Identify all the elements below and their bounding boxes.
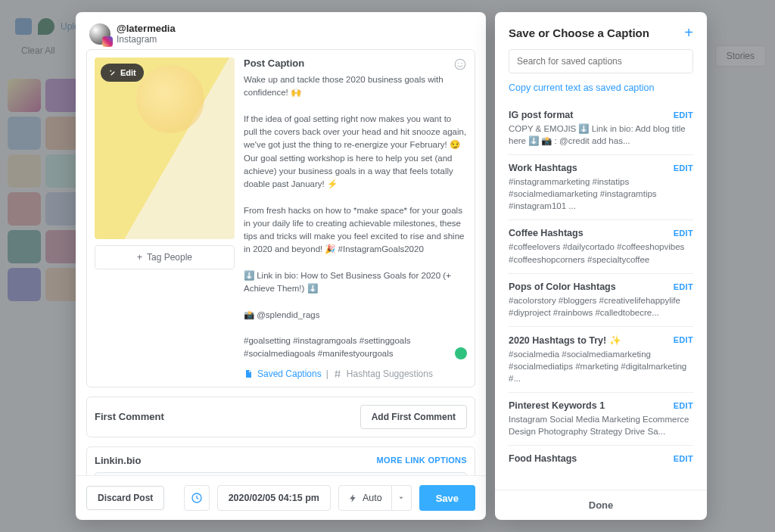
saved-captions-list: IG post format EDIT COPY & EMOJIS ⬇️ Lin… [495, 102, 707, 490]
saved-caption-item[interactable]: IG post format EDIT COPY & EMOJIS ⬇️ Lin… [509, 102, 693, 154]
account-handle: @latermedia [117, 23, 176, 34]
done-button[interactable]: Done [495, 490, 707, 520]
grammarly-icon[interactable] [455, 347, 467, 359]
edit-media-button[interactable]: Edit [101, 64, 144, 82]
add-first-comment-button[interactable]: Add First Comment [360, 405, 467, 429]
datetime-picker[interactable]: 2020/02/05 04:15 pm [217, 485, 331, 511]
saved-caption-item[interactable]: 2020 Hashtags to Try! ✨ EDIT #socialmedi… [509, 326, 693, 392]
saved-captions-link[interactable]: Saved Captions [257, 369, 322, 379]
media-caption-card: Edit + Tag People Post Caption [86, 49, 475, 387]
copy-current-caption-link[interactable]: Copy current text as saved caption [495, 81, 707, 102]
edit-caption-link[interactable]: EDIT [674, 163, 693, 173]
edit-caption-link[interactable]: EDIT [674, 282, 693, 291]
plus-icon: + [137, 252, 142, 263]
post-panel: @latermedia Instagram Edit + [76, 12, 486, 520]
discard-button[interactable]: Discard Post [86, 486, 164, 510]
svg-point-2 [462, 63, 463, 64]
saved-caption-preview: Instagram Social Media Marketing Ecommer… [509, 413, 693, 437]
caption-text[interactable]: Wake up and tackle those 2020 business g… [244, 73, 467, 361]
tag-people-button[interactable]: + Tag People [95, 245, 235, 269]
saved-caption-item[interactable]: Pops of Color Hashtags EDIT #acolorstory… [509, 273, 693, 326]
document-icon [244, 369, 253, 378]
svg-point-0 [455, 59, 465, 70]
hashtag-icon [333, 369, 342, 378]
saved-caption-name: Pops of Color Hashtags [509, 282, 616, 292]
lightning-icon [348, 493, 358, 503]
saved-caption-name: Work Hashtags [509, 163, 577, 173]
linkinbio-label: Linkin.bio [95, 455, 141, 466]
edit-caption-link[interactable]: EDIT [674, 401, 693, 410]
edit-caption-link[interactable]: EDIT [674, 229, 693, 238]
saved-caption-preview: #socialmedia #socialmediamarketing #soci… [509, 348, 693, 384]
account-platform: Instagram [117, 34, 176, 45]
clock-icon [191, 492, 203, 504]
publish-mode-dropdown[interactable] [392, 485, 412, 511]
wand-icon [108, 69, 117, 77]
first-comment-card: First Comment Add First Comment [86, 397, 475, 437]
instagram-badge-icon [102, 36, 113, 47]
post-media[interactable]: Edit [95, 58, 235, 239]
publish-mode-button[interactable]: Auto [338, 485, 392, 511]
avatar [89, 23, 110, 45]
post-editor-dialog: @latermedia Instagram Edit + [76, 12, 707, 520]
saved-caption-name: Coffee Hashtags [509, 228, 584, 238]
schedule-clock-button[interactable] [184, 485, 210, 511]
caption-search-input[interactable] [509, 49, 693, 73]
edit-caption-link[interactable]: EDIT [674, 335, 693, 344]
edit-caption-link[interactable]: EDIT [674, 454, 693, 463]
saved-caption-item[interactable]: Pinterest Keywords 1 EDIT Instagram Soci… [509, 392, 693, 445]
saved-caption-name: Food Hashtags [509, 453, 577, 464]
account-header: @latermedia Instagram [76, 12, 486, 49]
captions-panel: Save or Choose a Caption + Copy current … [495, 12, 707, 520]
saved-caption-name: 2020 Hashtags to Try! ✨ [509, 334, 621, 346]
emoji-picker-icon[interactable] [453, 58, 467, 71]
linkinbio-card: Linkin.bio MORE LINK OPTIONS [86, 446, 475, 476]
saved-caption-preview: #acolorstory #bloggers #creativelifehapp… [509, 294, 693, 319]
saved-caption-item[interactable]: Work Hashtags EDIT #instagrammarketing #… [509, 154, 693, 219]
saved-caption-preview: #instagrammarketing #instatips #socialme… [509, 176, 693, 212]
chevron-down-icon [397, 494, 405, 502]
saved-caption-name: IG post format [509, 110, 573, 120]
captions-panel-title: Save or Choose a Caption [509, 26, 649, 39]
more-link-options[interactable]: MORE LINK OPTIONS [377, 456, 467, 465]
caption-title: Post Caption [244, 58, 467, 69]
saved-caption-item[interactable]: Food Hashtags EDIT [509, 445, 693, 474]
saved-caption-preview: #coffeelovers #dailycortado #coffeeshopv… [509, 241, 693, 265]
hashtag-suggestions-link[interactable]: Hashtag Suggestions [347, 369, 433, 379]
first-comment-label: First Comment [95, 411, 164, 422]
saved-caption-name: Pinterest Keywords 1 [509, 400, 605, 411]
save-button[interactable]: Save [419, 485, 475, 511]
svg-point-1 [458, 63, 459, 64]
edit-caption-link[interactable]: EDIT [674, 110, 693, 120]
saved-caption-item[interactable]: Coffee Hashtags EDIT #coffeelovers #dail… [509, 219, 693, 272]
add-caption-button[interactable]: + [684, 24, 693, 42]
saved-caption-preview: COPY & EMOJIS ⬇️ Link in bio: Add blog t… [509, 123, 693, 147]
post-footer: Discard Post 2020/02/05 04:15 pm Auto Sa… [76, 475, 486, 520]
